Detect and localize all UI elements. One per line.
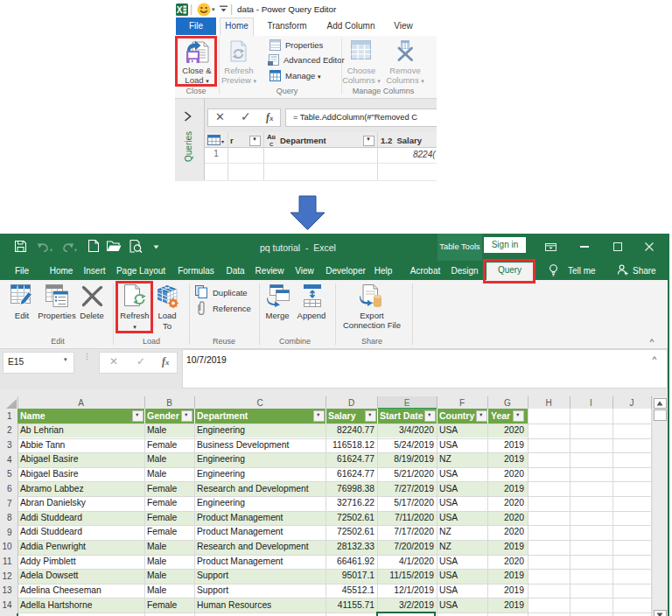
svg-text:X: X	[177, 5, 183, 15]
